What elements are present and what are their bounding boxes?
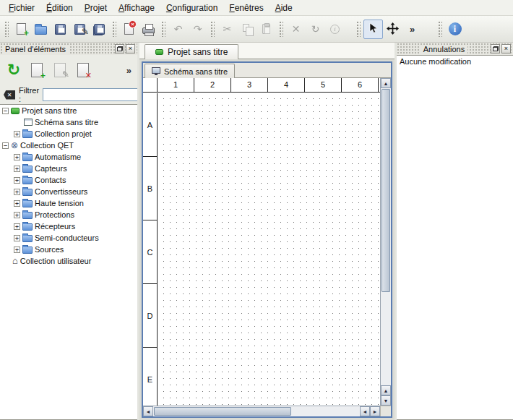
menu-projet[interactable]: Projet: [79, 1, 113, 15]
expand-icon[interactable]: +: [14, 189, 20, 195]
expand-icon[interactable]: +: [14, 154, 20, 160]
vertical-scrollbar[interactable]: ▲ ▲ ▼: [380, 78, 391, 406]
toolbar-drag-handle[interactable]: [161, 21, 165, 37]
tree-item-haute-tension[interactable]: + Haute tension: [0, 197, 137, 209]
close-panel-button[interactable]: ×: [501, 44, 511, 53]
new-document-button[interactable]: +: [12, 20, 31, 39]
menu-fichier[interactable]: Fichier: [3, 1, 40, 15]
scroll-up-button[interactable]: ▲: [381, 78, 391, 88]
expand-icon[interactable]: +: [14, 131, 20, 137]
collapse-icon[interactable]: −: [2, 108, 9, 114]
tree-item-collection-projet[interactable]: + Collection projet: [0, 128, 137, 140]
schematic-grid-canvas[interactable]: [158, 93, 380, 406]
elements-panel-toolbar: ↻ + ✎ ✕ »: [0, 55, 137, 85]
expand-icon[interactable]: +: [14, 212, 20, 218]
float-panel-button[interactable]: [115, 44, 124, 53]
tree-item-automatisme[interactable]: + Automatisme: [0, 151, 137, 163]
edit-element-button[interactable]: ✎: [49, 59, 71, 81]
save-all-button[interactable]: [90, 20, 109, 39]
scroll-left-button[interactable]: ◄: [143, 406, 153, 416]
scroll-left-button-right[interactable]: ◄: [360, 406, 370, 416]
project-subwindow: Schéma sans titre 1 2 3 4 5: [142, 61, 392, 418]
elements-panel-titlebar[interactable]: Panel d'éléments ×: [0, 43, 137, 55]
tree-item-project[interactable]: − Projet sans titre: [0, 105, 137, 116]
copy-button[interactable]: [237, 20, 256, 39]
elements-panel-title: Panel d'éléments: [2, 45, 69, 53]
selection-mode-button[interactable]: [363, 20, 383, 39]
scroll-up-button-bottom[interactable]: ▲: [381, 385, 391, 395]
pan-view-button[interactable]: [383, 20, 402, 39]
toolbar-drag-handle[interactable]: [438, 21, 442, 37]
menu-edition[interactable]: Édition: [40, 1, 79, 15]
menu-aide[interactable]: Aide: [270, 1, 298, 15]
tree-item-convertisseurs[interactable]: + Convertisseurs: [0, 186, 137, 197]
float-icon: [117, 46, 123, 51]
clear-filter-icon[interactable]: ✕: [4, 90, 15, 100]
toolbar-drag-handle[interactable]: [210, 21, 215, 37]
expand-icon[interactable]: +: [14, 166, 20, 172]
tree-item-scheme[interactable]: Schéma sans titre: [0, 116, 137, 128]
undo-list-item[interactable]: Aucune modification: [397, 56, 513, 67]
float-panel-button[interactable]: [491, 44, 500, 53]
tree-item-semi-conducteurs[interactable]: + Semi-conducteurs: [0, 232, 137, 244]
filter-input[interactable]: [43, 88, 150, 101]
print-button[interactable]: [139, 20, 158, 39]
arrow-left-icon: ◄: [146, 409, 151, 414]
scroll-right-button[interactable]: ►: [370, 406, 380, 416]
tree-item-recepteurs[interactable]: + Récepteurs: [0, 220, 137, 232]
element-info-button[interactable]: i: [325, 20, 345, 39]
save-button[interactable]: [51, 20, 70, 39]
panel-overflow-button[interactable]: »: [126, 65, 132, 76]
tree-item-collection-utilisateur[interactable]: ⌂ Collection utilisateur: [0, 255, 137, 267]
tree-item-protections[interactable]: + Protections: [0, 209, 137, 220]
toolbar-overflow-button[interactable]: »: [402, 20, 422, 39]
paste-button[interactable]: [256, 20, 276, 39]
chevron-double-right-icon: »: [410, 24, 415, 35]
rotate-button[interactable]: ↻: [306, 20, 325, 39]
plus-badge-icon: +: [40, 71, 46, 81]
folder-icon: [22, 235, 33, 242]
reload-collections-button[interactable]: ↻: [3, 59, 25, 81]
save-as-button[interactable]: ✎: [70, 20, 90, 39]
toolbar-drag-handle[interactable]: [112, 21, 116, 37]
toolbar-drag-handle[interactable]: [356, 21, 361, 37]
close-document-button[interactable]: ×: [119, 20, 139, 39]
tree-item-contacts[interactable]: + Contacts: [0, 174, 137, 186]
delete-element-button[interactable]: ✕: [72, 59, 94, 81]
folder-icon: [22, 189, 33, 196]
menu-affichage[interactable]: Affichage: [113, 1, 160, 15]
undo-panel-titlebar[interactable]: Annulations ×: [397, 43, 513, 55]
tree-item-sources[interactable]: + Sources: [0, 244, 137, 255]
expand-icon[interactable]: +: [14, 177, 20, 184]
horizontal-scrollbar-thumb[interactable]: [154, 407, 291, 416]
ruler-corner: [143, 78, 158, 92]
menu-fenetres[interactable]: Fenêtres: [223, 1, 269, 15]
toolbar-drag-handle[interactable]: [4, 21, 9, 37]
scroll-down-button[interactable]: ▼: [381, 395, 391, 406]
menu-configuration[interactable]: Configuration: [160, 1, 223, 15]
redo-button[interactable]: ↷: [188, 20, 207, 39]
tree-item-collection-qet[interactable]: − ⊗ Collection QET: [0, 140, 137, 151]
open-document-button[interactable]: [31, 20, 51, 39]
expand-icon[interactable]: +: [14, 200, 20, 207]
tab-projet-sans-titre[interactable]: Projet sans titre: [145, 44, 238, 59]
expand-icon[interactable]: +: [14, 247, 20, 253]
horizontal-scrollbar[interactable]: ◄ ◄ ►: [143, 406, 380, 416]
toolbar-drag-handle[interactable]: [279, 21, 283, 37]
close-panel-button[interactable]: ×: [126, 44, 135, 53]
delete-button[interactable]: ✕: [286, 20, 306, 39]
expand-icon[interactable]: +: [14, 235, 20, 241]
collapse-icon[interactable]: −: [2, 142, 9, 149]
ruler-row: C: [143, 220, 158, 284]
elements-panel-dock: Panel d'éléments × ↻ + ✎ ✕ »: [0, 43, 137, 420]
main-area: Panel d'éléments × ↻ + ✎ ✕ »: [0, 43, 513, 420]
expand-icon[interactable]: +: [14, 223, 20, 230]
undo-button[interactable]: ↶: [168, 20, 188, 39]
tab-schema-sans-titre[interactable]: Schéma sans titre: [145, 64, 235, 78]
tree-item-label: Schéma sans titre: [35, 118, 98, 127]
new-element-button[interactable]: +: [26, 59, 48, 81]
cut-button[interactable]: ✂: [217, 20, 237, 39]
tree-item-capteurs[interactable]: + Capteurs: [0, 163, 137, 174]
vertical-scrollbar-thumb[interactable]: [381, 89, 390, 292]
about-button[interactable]: i: [445, 20, 465, 39]
